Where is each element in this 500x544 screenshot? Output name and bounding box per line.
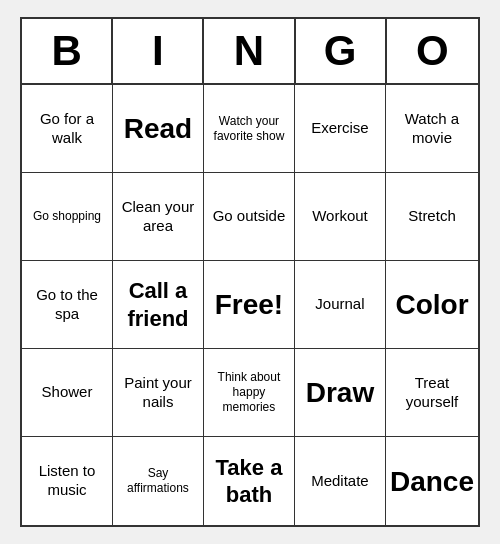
bingo-cell-9[interactable]: Stretch <box>386 173 478 261</box>
bingo-cell-22[interactable]: Take a bath <box>204 437 295 525</box>
bingo-cell-16[interactable]: Paint your nails <box>113 349 204 437</box>
header-letter-i: I <box>113 19 204 83</box>
bingo-cell-23[interactable]: Meditate <box>295 437 386 525</box>
cell-text-24: Dance <box>390 464 474 499</box>
bingo-cell-20[interactable]: Listen to music <box>22 437 113 525</box>
bingo-cell-15[interactable]: Shower <box>22 349 113 437</box>
bingo-header: BINGO <box>22 19 478 85</box>
bingo-cell-5[interactable]: Go shopping <box>22 173 113 261</box>
bingo-grid: Go for a walkReadWatch your favorite sho… <box>22 85 478 525</box>
cell-text-1: Read <box>124 111 192 146</box>
bingo-cell-7[interactable]: Go outside <box>204 173 295 261</box>
bingo-cell-4[interactable]: Watch a movie <box>386 85 478 173</box>
bingo-cell-13[interactable]: Journal <box>295 261 386 349</box>
cell-text-5: Go shopping <box>33 209 101 224</box>
bingo-cell-1[interactable]: Read <box>113 85 204 173</box>
cell-text-16: Paint your nails <box>117 374 199 412</box>
bingo-cell-10[interactable]: Go to the spa <box>22 261 113 349</box>
cell-text-7: Go outside <box>213 207 286 226</box>
bingo-card: BINGO Go for a walkReadWatch your favori… <box>20 17 480 527</box>
bingo-cell-18[interactable]: Draw <box>295 349 386 437</box>
header-letter-o: O <box>387 19 478 83</box>
header-letter-b: B <box>22 19 113 83</box>
bingo-cell-12[interactable]: Free! <box>204 261 295 349</box>
cell-text-0: Go for a walk <box>26 110 108 148</box>
cell-text-20: Listen to music <box>26 462 108 500</box>
cell-text-23: Meditate <box>311 472 369 491</box>
cell-text-19: Treat yourself <box>390 374 474 412</box>
bingo-cell-24[interactable]: Dance <box>386 437 478 525</box>
cell-text-8: Workout <box>312 207 368 226</box>
bingo-cell-17[interactable]: Think about happy memories <box>204 349 295 437</box>
cell-text-11: Call a friend <box>117 277 199 332</box>
header-letter-n: N <box>204 19 295 83</box>
cell-text-18: Draw <box>306 375 374 410</box>
bingo-cell-0[interactable]: Go for a walk <box>22 85 113 173</box>
cell-text-13: Journal <box>315 295 364 314</box>
cell-text-3: Exercise <box>311 119 369 138</box>
bingo-cell-3[interactable]: Exercise <box>295 85 386 173</box>
bingo-cell-8[interactable]: Workout <box>295 173 386 261</box>
bingo-cell-2[interactable]: Watch your favorite show <box>204 85 295 173</box>
cell-text-14: Color <box>395 287 468 322</box>
bingo-cell-19[interactable]: Treat yourself <box>386 349 478 437</box>
cell-text-2: Watch your favorite show <box>208 114 290 144</box>
bingo-cell-21[interactable]: Say affirmations <box>113 437 204 525</box>
cell-text-10: Go to the spa <box>26 286 108 324</box>
cell-text-21: Say affirmations <box>117 466 199 496</box>
bingo-cell-6[interactable]: Clean your area <box>113 173 204 261</box>
cell-text-9: Stretch <box>408 207 456 226</box>
header-letter-g: G <box>296 19 387 83</box>
cell-text-12: Free! <box>215 287 283 322</box>
bingo-cell-11[interactable]: Call a friend <box>113 261 204 349</box>
cell-text-4: Watch a movie <box>390 110 474 148</box>
cell-text-17: Think about happy memories <box>208 370 290 415</box>
cell-text-22: Take a bath <box>208 454 290 509</box>
bingo-cell-14[interactable]: Color <box>386 261 478 349</box>
cell-text-15: Shower <box>42 383 93 402</box>
cell-text-6: Clean your area <box>117 198 199 236</box>
